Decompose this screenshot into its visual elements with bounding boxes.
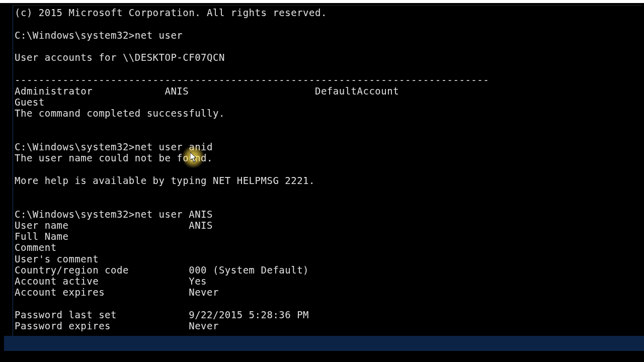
- command-1: net user: [135, 30, 183, 41]
- detail-row: User's comment: [15, 253, 99, 264]
- detail-row: User name ANIS: [15, 220, 213, 231]
- detail-row: Account expires Never: [15, 287, 219, 298]
- divider-line: ----------------------------------------…: [15, 74, 489, 85]
- error-help: More help is available by typing NET HEL…: [15, 175, 315, 186]
- screen-frame: (c) 2015 Microsoft Corporation. All righ…: [0, 0, 644, 362]
- top-divider: [0, 0, 644, 3]
- accounts-row: Guest: [15, 97, 45, 108]
- command-2: net user anid: [135, 141, 213, 152]
- detail-row: Account active Yes: [15, 276, 207, 287]
- error-line: The user name could not be found.: [15, 152, 213, 163]
- detail-row: Comment: [15, 242, 57, 253]
- prompt: C:\Windows\system32>: [15, 209, 135, 220]
- prompt: C:\Windows\system32>: [15, 141, 135, 152]
- detail-row: Country/region code 000 (System Default): [15, 264, 309, 276]
- bottom-frame-strip: [4, 336, 644, 351]
- accounts-header: User accounts for \\DESKTOP-CF07QCN: [15, 52, 225, 63]
- detail-row: Full Name: [15, 231, 68, 242]
- copyright-line: (c) 2015 Microsoft Corporation. All righ…: [15, 7, 327, 18]
- prompt: C:\Windows\system32>: [15, 30, 135, 41]
- terminal-output[interactable]: (c) 2015 Microsoft Corporation. All righ…: [13, 6, 642, 331]
- accounts-row: Administrator ANIS DefaultAccount: [15, 85, 399, 97]
- command-result: The command completed successfully.: [15, 108, 225, 119]
- detail-row: Password expires Never: [15, 320, 219, 331]
- command-3: net user ANIS: [135, 209, 213, 220]
- detail-row: Password last set 9/22/2015 5:28:36 PM: [15, 309, 309, 320]
- command-prompt-window[interactable]: (c) 2015 Microsoft Corporation. All righ…: [13, 5, 642, 342]
